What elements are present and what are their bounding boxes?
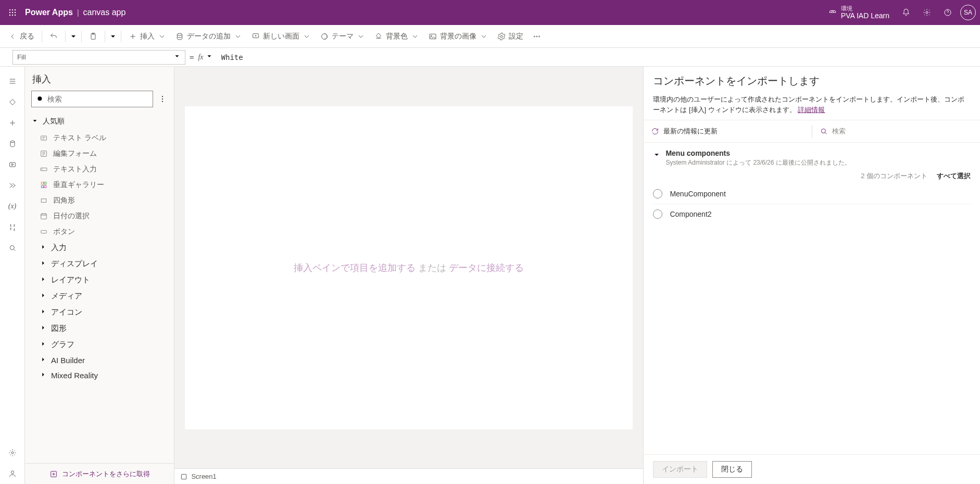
empty-data-link[interactable]: データに接続する [449,263,524,273]
rail-tree-view[interactable] [0,71,25,92]
rail-data[interactable] [0,133,25,154]
svg-rect-42 [182,474,186,479]
status-bar: Screen1 [174,468,643,484]
notifications-icon[interactable] [896,2,916,23]
rail-flows[interactable] [0,175,25,196]
environment-picker[interactable]: 環境 PVA IAD Learn [828,5,889,20]
user-avatar[interactable]: SA [960,5,976,20]
add-data-menu[interactable]: データの追加 [171,28,246,45]
rail-settings[interactable] [0,442,25,463]
equals-sign: = [190,53,194,61]
paste-split-chevron[interactable] [108,32,118,41]
divider: | [77,8,79,17]
property-name: Fill [17,53,26,61]
svg-point-22 [10,141,15,142]
rail-search[interactable] [0,238,25,258]
cat-icons[interactable]: アイコン [25,304,174,320]
empty-add-link[interactable]: 挿入ペインで項目を追加する [294,263,416,273]
app-canvas[interactable]: 挿入ペインで項目を追加する または データに接続する [185,106,633,429]
back-button[interactable]: 戻る [4,28,39,45]
screen-icon [180,473,188,481]
svg-point-28 [162,96,163,97]
get-more-components[interactable]: コンポーネントをさらに取得 [25,463,174,484]
svg-point-13 [177,33,182,35]
rail-insert[interactable] [0,92,25,113]
svg-rect-36 [41,185,43,188]
refresh-icon [651,127,659,135]
rail-tools[interactable] [0,217,25,238]
group-popular[interactable]: 人気順 [25,113,174,130]
bg-color-menu[interactable]: 背景色 [370,28,423,45]
svg-point-0 [9,9,10,10]
insert-panel-close[interactable] [156,74,167,84]
item-button[interactable]: ボタン [25,224,174,240]
property-dropdown[interactable]: Fill [12,50,185,65]
group-title: Menu components [665,149,850,157]
refresh-button[interactable]: 最新の情報に更新 [644,127,811,136]
svg-rect-33 [41,168,47,170]
group-subtitle: System Administrator によって 23/6/26 に最後に公開… [665,158,850,167]
bg-image-menu[interactable]: 背景の画像 [424,28,492,45]
import-title: コンポーネントをインポートします [653,74,820,88]
paste-button[interactable] [85,28,102,45]
import-close[interactable] [962,76,971,86]
radio-icon[interactable] [653,209,662,219]
item-text-label[interactable]: テキスト ラベル [25,130,174,146]
component-row[interactable]: Component2 [653,204,971,224]
app-name: canvas app [83,8,126,17]
rail-add[interactable] [0,113,25,133]
formula-bar: Fill = fx [0,48,980,67]
item-text-input[interactable]: テキスト入力 [25,162,174,177]
rail-variables[interactable]: (x) [0,196,25,217]
settings-icon[interactable] [916,2,937,23]
new-screen-menu[interactable]: 新しい画面 [247,28,315,45]
svg-point-2 [15,9,16,10]
cat-mixed-reality[interactable]: Mixed Reality [25,368,174,383]
details-link[interactable]: 詳細情報 [798,106,825,114]
help-icon[interactable] [937,2,958,23]
svg-point-27 [37,96,42,101]
radio-icon[interactable] [653,189,662,198]
theme-menu[interactable]: テーマ [316,28,369,45]
undo-button[interactable] [45,28,62,45]
brand-title[interactable]: Power Apps [25,8,73,17]
component-name: Component2 [670,210,711,218]
cat-media[interactable]: メディア [25,288,174,304]
undo-split-chevron[interactable] [69,32,78,41]
svg-point-9 [926,11,928,14]
cat-display[interactable]: ディスプレイ [25,256,174,272]
item-date-picker[interactable]: 日付の選択 [25,208,174,224]
svg-point-3 [9,12,10,13]
insert-more-menu[interactable] [157,94,168,104]
cat-ai-builder[interactable]: AI Builder [25,353,174,368]
settings-menu[interactable]: 設定 [493,28,527,45]
select-all-button[interactable]: すべて選択 [937,171,971,181]
svg-point-29 [162,98,163,100]
app-launcher-icon[interactable] [4,4,21,21]
item-rectangle[interactable]: 四角形 [25,193,174,208]
cat-layout[interactable]: レイアウト [25,272,174,288]
svg-rect-38 [41,199,46,203]
item-edit-form[interactable]: 編集フォーム [25,146,174,162]
app-header: Power Apps | canvas app 環境 PVA IAD Learn… [0,0,980,25]
canvas-area: 挿入ペインで項目を追加する または データに接続する Screen1 [174,67,643,484]
insert-menu[interactable]: 挿入 [124,28,170,45]
cat-charts[interactable]: グラフ [25,337,174,353]
chevron-down-icon [653,151,660,160]
cat-input[interactable]: 入力 [25,240,174,256]
formula-input[interactable] [217,50,972,65]
fx-label[interactable]: fx [198,53,212,61]
cat-shapes[interactable]: 図形 [25,320,174,337]
screen-name[interactable]: Screen1 [191,473,216,480]
svg-rect-31 [41,136,47,140]
component-group-header[interactable]: Menu components System Administrator によっ… [653,149,971,167]
overflow-menu[interactable] [529,28,545,45]
import-search[interactable]: 検索 [812,127,980,136]
item-vertical-gallery[interactable]: 垂直ギャラリー [25,177,174,193]
rail-ask[interactable] [0,463,25,484]
component-row[interactable]: MenuComponent [653,184,971,204]
rail-media[interactable] [0,154,25,175]
insert-search-input[interactable] [47,95,148,103]
close-button[interactable]: 閉じる [712,461,752,478]
insert-search[interactable] [31,91,153,107]
